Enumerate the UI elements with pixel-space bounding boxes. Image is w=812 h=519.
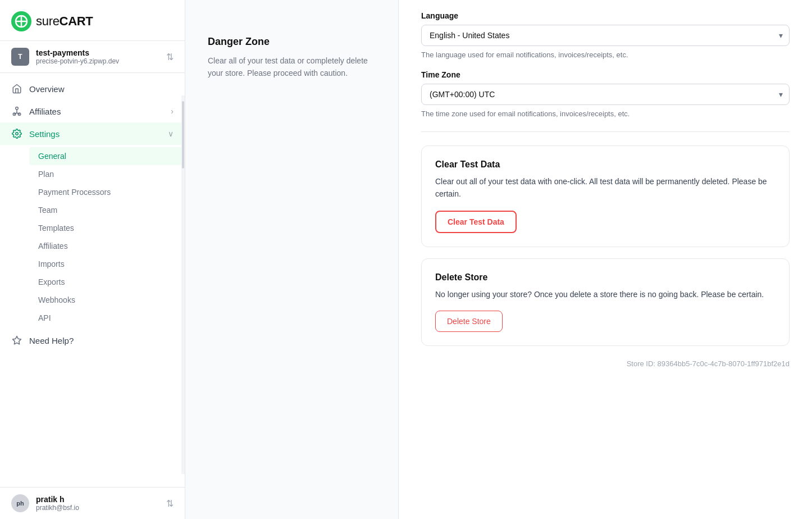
sidebar-item-overview[interactable]: Overview [0, 78, 185, 100]
subnav-templates[interactable]: Templates [29, 219, 185, 237]
subnav-team[interactable]: Team [29, 201, 185, 219]
affiliates-icon [11, 106, 22, 117]
sidebar-nav: Overview Affiliates › [0, 73, 185, 487]
timezone-hint: The time zone used for email notificatio… [421, 110, 790, 118]
account-domain: precise-potvin-y6.zipwp.dev [36, 57, 159, 65]
delete-store-card: Delete Store No longer using your store?… [421, 258, 790, 346]
home-icon [11, 83, 22, 94]
delete-store-title: Delete Store [435, 272, 775, 283]
language-select[interactable]: English - United States [421, 25, 790, 46]
sidebar-item-settings-label: Settings [29, 129, 161, 139]
clear-test-data-description: Clear out all of your test data with one… [435, 175, 775, 201]
user-switcher-chevron: ⇅ [166, 498, 174, 509]
timezone-label: Time Zone [421, 70, 790, 79]
sidebar-logo-area: sureCART [0, 0, 185, 41]
subnav-plan[interactable]: Plan [29, 165, 185, 183]
affiliates-chevron-icon: › [171, 107, 174, 116]
timezone-select-wrapper: (GMT+00:00) UTC ▾ [421, 84, 790, 105]
delete-store-button[interactable]: Delete Store [435, 311, 503, 332]
danger-zone-title: Danger Zone [208, 36, 376, 48]
main-content: Danger Zone Clear all of your test data … [185, 0, 812, 519]
user-email: pratikh@bsf.io [36, 504, 159, 512]
timezone-select[interactable]: (GMT+00:00) UTC [421, 84, 790, 105]
subnav-imports[interactable]: Imports [29, 255, 185, 273]
sidebar-item-affiliates-label: Affiliates [29, 107, 164, 116]
subnav-webhooks[interactable]: Webhooks [29, 291, 185, 309]
settings-icon [11, 128, 22, 139]
settings-chevron-icon: ∨ [168, 129, 174, 138]
subnav-affiliates[interactable]: Affiliates [29, 237, 185, 255]
sidebar-scrollbar-track[interactable] [181, 95, 185, 474]
account-name: test-payments [36, 48, 159, 57]
subnav-general[interactable]: General [29, 147, 185, 165]
language-timezone-section: Language English - United States ▾ The l… [421, 0, 790, 132]
user-info: pratik h pratikh@bsf.io [36, 495, 159, 512]
svg-point-7 [16, 133, 19, 135]
sidebar-item-need-help-label: Need Help? [29, 336, 174, 345]
danger-zone-description: Clear all of your test data or completel… [208, 54, 376, 80]
user-name: pratik h [36, 495, 159, 504]
right-panel: Language English - United States ▾ The l… [399, 0, 812, 519]
surecart-logo-icon [11, 11, 31, 31]
sidebar-footer[interactable]: ph pratik h pratikh@bsf.io ⇅ [0, 487, 185, 519]
sidebar-item-need-help[interactable]: Need Help? [0, 329, 185, 352]
sidebar: sureCART T test-payments precise-potvin-… [0, 0, 185, 519]
svg-marker-8 [13, 336, 21, 344]
subnav-payment-processors[interactable]: Payment Processors [29, 183, 185, 201]
language-hint: The language used for email notification… [421, 51, 790, 59]
help-icon [11, 335, 22, 346]
language-label: Language [421, 11, 790, 20]
account-info: test-payments precise-potvin-y6.zipwp.de… [36, 48, 159, 65]
sidebar-scrollbar-thumb [182, 101, 184, 169]
language-select-wrapper: English - United States ▾ [421, 25, 790, 46]
user-avatar: ph [11, 494, 29, 512]
logo-text: sureCART [36, 14, 93, 29]
subnav-exports[interactable]: Exports [29, 273, 185, 291]
sidebar-item-affiliates[interactable]: Affiliates › [0, 100, 185, 122]
account-switcher-chevron: ⇅ [166, 52, 174, 62]
clear-test-data-button[interactable]: Clear Test Data [435, 211, 517, 233]
store-id: Store ID: 89364bb5-7c0c-4c7b-8070-1ff971… [421, 357, 790, 368]
subnav-api[interactable]: API [29, 309, 185, 327]
sidebar-item-settings[interactable]: Settings ∨ [0, 122, 185, 145]
account-avatar: T [11, 48, 29, 66]
sidebar-item-overview-label: Overview [29, 84, 174, 94]
clear-test-data-title: Clear Test Data [435, 160, 775, 170]
account-switcher[interactable]: T test-payments precise-potvin-y6.zipwp.… [0, 41, 185, 73]
danger-zone-panel: Danger Zone Clear all of your test data … [185, 0, 399, 519]
settings-subnav: General Plan Payment Processors Team Tem… [0, 145, 185, 329]
delete-store-description: No longer using your store? Once you del… [435, 288, 775, 301]
clear-test-data-card: Clear Test Data Clear out all of your te… [421, 145, 790, 247]
